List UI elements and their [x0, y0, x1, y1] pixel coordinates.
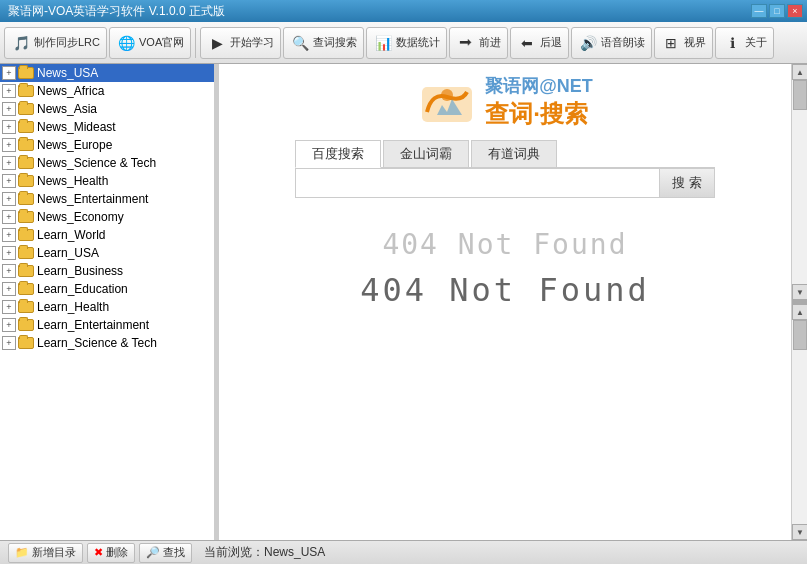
sidebar-item-Learn_Business[interactable]: +Learn_Business	[0, 262, 214, 280]
window-title: 聚语网-VOA英语学习软件 V.1.0.0 正式版	[4, 3, 225, 20]
tree-expand-Learn_Entertainment[interactable]: +	[2, 318, 16, 332]
sidebar-item-News_Economy[interactable]: +News_Economy	[0, 208, 214, 226]
about-button[interactable]: ℹ 关于	[715, 27, 774, 59]
tree-expand-News_Health[interactable]: +	[2, 174, 16, 188]
delete-button[interactable]: ✖ 删除	[87, 543, 135, 563]
sidebar-item-Learn_USA[interactable]: +Learn_USA	[0, 244, 214, 262]
folder-icon-News_Europe	[18, 139, 34, 151]
search-tabs: 百度搜索金山词霸有道词典	[295, 140, 715, 168]
folder-icon-News_Science_Tech	[18, 157, 34, 169]
add-directory-button[interactable]: 📁 新增目录	[8, 543, 83, 563]
sidebar-item-Learn_Health[interactable]: +Learn_Health	[0, 298, 214, 316]
sidebar-label-Learn_Education: Learn_Education	[37, 282, 128, 296]
folder-icon-News_Economy	[18, 211, 34, 223]
sidebar-item-News_Africa[interactable]: +News_Africa	[0, 82, 214, 100]
scroll-up-button[interactable]: ▲	[792, 64, 807, 80]
sidebar-label-News_Europe: News_Europe	[37, 138, 112, 152]
tree-expand-News_Europe[interactable]: +	[2, 138, 16, 152]
voa-website-button[interactable]: 🌐 VOA官网	[109, 27, 191, 59]
view-button[interactable]: ⊞ 视界	[654, 27, 713, 59]
maximize-button[interactable]: □	[769, 4, 785, 18]
start-learning-button[interactable]: ▶ 开始学习	[200, 27, 281, 59]
sidebar-item-News_Science_Tech[interactable]: +News_Science & Tech	[0, 154, 214, 172]
tree-expand-News_Asia[interactable]: +	[2, 102, 16, 116]
minimize-button[interactable]: —	[751, 4, 767, 18]
folder-icon-Learn_Business	[18, 265, 34, 277]
web-area: 聚语网@NET 查词·搜索 百度搜索金山词霸有道词典 搜 索 404 Not F…	[219, 64, 791, 540]
sidebar-item-News_Entertainment[interactable]: +News_Entertainment	[0, 190, 214, 208]
sidebar-item-News_USA[interactable]: +News_USA	[0, 64, 214, 82]
sidebar-item-Learn_Education[interactable]: +Learn_Education	[0, 280, 214, 298]
folder-icon-News_USA	[18, 67, 34, 79]
sidebar-label-Learn_USA: Learn_USA	[37, 246, 99, 260]
tts-button[interactable]: 🔊 语音朗读	[571, 27, 652, 59]
sidebar-item-Learn_World[interactable]: +Learn_World	[0, 226, 214, 244]
close-button[interactable]: ×	[787, 4, 803, 18]
scroll-track-bottom	[792, 320, 807, 524]
back-icon: ⬅	[517, 33, 537, 53]
search-tab-1[interactable]: 金山词霸	[383, 140, 469, 167]
search-tab-2[interactable]: 有道词典	[471, 140, 557, 167]
tree-expand-Learn_Science_Tech[interactable]: +	[2, 336, 16, 350]
status-bar: 📁 新增目录 ✖ 删除 🔎 查找 当前浏览：News_USA	[0, 540, 807, 564]
tree-expand-Learn_USA[interactable]: +	[2, 246, 16, 260]
search-word-button[interactable]: 🔍 查词搜索	[283, 27, 364, 59]
make-lrc-button[interactable]: 🎵 制作同步LRC	[4, 27, 107, 59]
folder-icon-News_Entertainment	[18, 193, 34, 205]
window-controls: — □ ×	[751, 4, 803, 18]
tree-expand-Learn_Business[interactable]: +	[2, 264, 16, 278]
scroll-down-button[interactable]: ▼	[792, 284, 807, 300]
play-icon: ▶	[207, 33, 227, 53]
globe-icon: 🌐	[116, 33, 136, 53]
sidebar-label-News_Science_Tech: News_Science & Tech	[37, 156, 156, 170]
back-button[interactable]: ⬅ 后退	[510, 27, 569, 59]
forward-button[interactable]: ⮕ 前进	[449, 27, 508, 59]
sidebar-item-News_Asia[interactable]: +News_Asia	[0, 100, 214, 118]
search-button[interactable]: 搜 索	[659, 169, 714, 197]
sidebar-item-Learn_Science_Tech[interactable]: +Learn_Science & Tech	[0, 334, 214, 352]
scroll-up2-button[interactable]: ▲	[792, 304, 807, 320]
vertical-scrollbar: ▲ ▼ ▲ ▼	[791, 64, 807, 540]
content-inner: 聚语网@NET 查词·搜索 百度搜索金山词霸有道词典 搜 索 404 Not F…	[219, 64, 807, 540]
sidebar-label-News_Health: News_Health	[37, 174, 108, 188]
tree-expand-News_Science_Tech[interactable]: +	[2, 156, 16, 170]
delete-icon: ✖	[94, 546, 103, 559]
sidebar-item-Learn_Entertainment[interactable]: +Learn_Entertainment	[0, 316, 214, 334]
sidebar-label-Learn_Business: Learn_Business	[37, 264, 123, 278]
folder-icon-News_Africa	[18, 85, 34, 97]
tree-expand-News_Africa[interactable]: +	[2, 84, 16, 98]
tree-expand-Learn_Education[interactable]: +	[2, 282, 16, 296]
sidebar-label-Learn_Entertainment: Learn_Entertainment	[37, 318, 149, 332]
scroll-thumb-bottom[interactable]	[793, 320, 807, 350]
tree-expand-News_Economy[interactable]: +	[2, 210, 16, 224]
error-404-text: 404 Not Found	[360, 271, 649, 309]
sidebar-label-News_Economy: News_Economy	[37, 210, 124, 224]
tree-expand-Learn_Health[interactable]: +	[2, 300, 16, 314]
sidebar-item-News_Europe[interactable]: +News_Europe	[0, 136, 214, 154]
scroll-down2-button[interactable]: ▼	[792, 524, 807, 540]
search-tab-0[interactable]: 百度搜索	[295, 140, 381, 168]
folder-icon-Learn_World	[18, 229, 34, 241]
scroll-thumb-top[interactable]	[793, 80, 807, 110]
tree-expand-News_USA[interactable]: +	[2, 66, 16, 80]
add-icon: 📁	[15, 546, 29, 559]
lrc-icon: 🎵	[11, 33, 31, 53]
tree-expand-News_Mideast[interactable]: +	[2, 120, 16, 134]
search-input[interactable]	[296, 169, 659, 197]
find-button[interactable]: 🔎 查找	[139, 543, 192, 563]
tree-expand-News_Entertainment[interactable]: +	[2, 192, 16, 206]
sidebar-label-News_USA: News_USA	[37, 66, 98, 80]
sidebar: +News_USA+News_Africa+News_Asia+News_Mid…	[0, 64, 215, 540]
logo-area: 聚语网@NET 查词·搜索	[417, 74, 593, 130]
sidebar-item-News_Health[interactable]: +News_Health	[0, 172, 214, 190]
folder-icon-Learn_Health	[18, 301, 34, 313]
tree-expand-Learn_World[interactable]: +	[2, 228, 16, 242]
folder-icon-Learn_Science_Tech	[18, 337, 34, 349]
title-bar: 聚语网-VOA英语学习软件 V.1.0.0 正式版 — □ ×	[0, 0, 807, 22]
find-icon: 🔎	[146, 546, 160, 559]
sidebar-label-News_Mideast: News_Mideast	[37, 120, 116, 134]
logo-image	[417, 77, 477, 127]
statistics-button[interactable]: 📊 数据统计	[366, 27, 447, 59]
folder-icon-News_Asia	[18, 103, 34, 115]
sidebar-item-News_Mideast[interactable]: +News_Mideast	[0, 118, 214, 136]
